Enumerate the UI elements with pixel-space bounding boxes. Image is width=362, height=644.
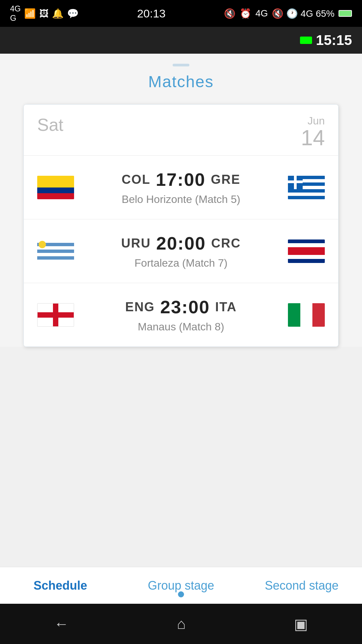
- notification-icon: 🔔: [52, 8, 64, 19]
- status-time: 20:13: [137, 7, 166, 20]
- nav-second-stage-label: Second stage: [265, 579, 339, 592]
- nav-indicator-dot: [178, 591, 184, 597]
- title-area: Matches: [148, 64, 214, 101]
- match-row[interactable]: URU 20:00 CRC Fortaleza (Match 7): [24, 219, 338, 283]
- page-title: Matches: [148, 72, 214, 91]
- match-time: 17:00: [156, 169, 205, 190]
- network-icon: 4G: [255, 8, 268, 19]
- battery-icon-green: [300, 37, 312, 44]
- battery-percent: 🔇 🕐 4G 65%: [272, 8, 335, 19]
- match-venue: Manaus (Match 8): [81, 321, 281, 333]
- flag-col: [37, 176, 74, 199]
- home-button[interactable]: ⌂: [177, 615, 186, 632]
- back-button[interactable]: ←: [54, 615, 69, 632]
- gre-cross-v: [294, 176, 297, 189]
- main-content: Matches Sat Jun 14 COL 17:00 GRE: [0, 54, 362, 347]
- match-time: 20:00: [156, 233, 206, 254]
- photo-icon: 🖼: [39, 8, 49, 19]
- chat-icon: 💬: [67, 8, 79, 19]
- flag-crc: [288, 239, 325, 263]
- match-row[interactable]: COL 17:00 GRE Belo Horizonte (Match 5): [24, 155, 338, 219]
- match-2-info: URU 20:00 CRC Fortaleza (Match 7): [74, 233, 288, 269]
- time-bar: 15:15: [0, 27, 362, 54]
- match-time: 23:00: [160, 297, 210, 317]
- nav-schedule-label: Schedule: [34, 579, 87, 592]
- status-right: 🔇 ⏰ 4G 🔇 🕐 4G 65%: [224, 8, 352, 19]
- title-indicator: [173, 64, 189, 66]
- match-1-info: COL 17:00 GRE Belo Horizonte (Match 5): [74, 169, 288, 206]
- signal-icon: 4GG: [10, 4, 21, 23]
- nav-schedule[interactable]: Schedule: [0, 575, 121, 596]
- match-row[interactable]: ENG 23:00 ITA Manaus (Match 8): [24, 283, 338, 346]
- uru-sun: [39, 241, 46, 248]
- team-right-code: GRE: [211, 172, 240, 187]
- status-left: 4GG 📶 🖼 🔔 💬: [10, 4, 79, 23]
- flag-uru: [37, 239, 74, 263]
- nav-group-stage-label: Group stage: [148, 579, 214, 592]
- team-left-code: ENG: [125, 300, 155, 314]
- nav-second-stage[interactable]: Second stage: [241, 575, 362, 596]
- match-3-info: ENG 23:00 ITA Manaus (Match 8): [74, 297, 288, 333]
- system-nav: ← ⌂ ▣: [0, 604, 362, 644]
- match-venue: Belo Horizonte (Match 5): [81, 193, 281, 206]
- flag-gre: [288, 176, 325, 199]
- matches-card: Sat Jun 14 COL 17:00 GRE Belo Horizonte …: [23, 104, 339, 347]
- date-right: Jun 14: [301, 115, 325, 149]
- mute-icon: 🔇: [224, 8, 236, 19]
- month-label: Jun: [301, 115, 325, 127]
- day-label: Sat: [37, 115, 63, 135]
- battery-icon: [339, 10, 352, 17]
- alarm-icon: ⏰: [240, 8, 251, 19]
- match-venue: Fortaleza (Match 7): [81, 257, 281, 269]
- team-right-code: CRC: [211, 236, 241, 251]
- bottom-nav: Schedule Group stage Second stage: [0, 567, 362, 604]
- day-number: 14: [301, 127, 325, 149]
- flag-eng: [37, 303, 74, 327]
- signal-bars: 📶: [24, 8, 36, 19]
- status-bar: 4GG 📶 🖼 🔔 💬 20:13 🔇 ⏰ 4G 🔇 🕐 4G 65%: [0, 0, 362, 27]
- flag-ita: [288, 303, 325, 327]
- nav-group-stage[interactable]: Group stage: [121, 575, 241, 596]
- recent-button[interactable]: ▣: [294, 615, 308, 633]
- team-left-code: URU: [121, 236, 151, 251]
- date-header: Sat Jun 14: [24, 105, 338, 155]
- main-time: 15:15: [316, 32, 352, 48]
- team-right-code: ITA: [215, 300, 237, 314]
- team-left-code: COL: [122, 172, 150, 187]
